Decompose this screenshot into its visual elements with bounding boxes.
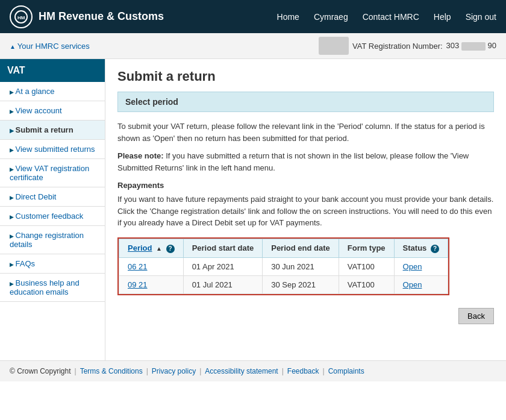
footer-feedback[interactable]: Feedback [287, 367, 319, 375]
cell-form-type: VAT100 [339, 257, 394, 275]
cell-period[interactable]: 06 21 [119, 257, 184, 275]
sidebar-item-view-submitted[interactable]: View submitted returns [0, 140, 105, 159]
nav-sign-out[interactable]: Sign out [466, 12, 496, 22]
sidebar-item-business-help[interactable]: Business help and education emails [0, 274, 105, 302]
sidebar-item-at-a-glance[interactable]: At a glance [0, 82, 105, 101]
repayments-heading: Repayments [117, 181, 494, 190]
period-help-icon[interactable]: ? [166, 245, 175, 253]
vat-reg-label: VAT Registration Number: [352, 42, 443, 51]
cell-start-date: 01 Jul 2021 [183, 275, 263, 293]
col-status: Status ? [394, 239, 448, 257]
sort-arrow-icon: ▲ [156, 245, 162, 252]
cell-end-date: 30 Sep 2021 [263, 275, 339, 293]
content-area: Submit a return Select period To submit … [105, 59, 506, 360]
cell-form-type: VAT100 [339, 275, 394, 293]
col-start-date: Period start date [183, 239, 263, 257]
cell-start-date: 01 Apr 2021 [183, 257, 263, 275]
nav-cymraeg[interactable]: Cymraeg [314, 12, 348, 22]
footer-accessibility[interactable]: Accessibility statement [205, 367, 278, 375]
col-period[interactable]: Period ▲ ? [119, 239, 184, 257]
logo-icon: HM [10, 5, 33, 28]
intro-text: To submit your VAT return, please follow… [117, 121, 494, 144]
sidebar-item-view-account[interactable]: View account [0, 101, 105, 121]
top-bar: Your HMRC services VAT Registration Numb… [0, 33, 506, 59]
sidebar-item-vat-certificate[interactable]: View VAT registration certificate [0, 159, 105, 187]
cell-period[interactable]: 09 21 [119, 275, 184, 293]
vat-reg-number: 303 90 [446, 41, 496, 51]
sidebar-item-direct-debit[interactable]: Direct Debit [0, 187, 105, 207]
col-form-type: Form type [339, 239, 394, 257]
avatar [319, 37, 349, 55]
sidebar-item-faqs[interactable]: FAQs [0, 254, 105, 274]
vat-reg-info: VAT Registration Number: 303 90 [319, 37, 496, 55]
svg-text:HM: HM [17, 15, 25, 20]
footer-terms[interactable]: Terms & Conditions [80, 367, 143, 375]
footer-complaints[interactable]: Complaints [328, 367, 364, 375]
cell-status[interactable]: Open [394, 275, 448, 293]
select-period-heading: Select period [117, 92, 494, 112]
repayments-text: If you want to have future repayments pa… [117, 193, 494, 229]
back-button[interactable]: Back [458, 308, 494, 324]
col-end-date: Period end date [263, 239, 339, 257]
footer-privacy[interactable]: Privacy policy [152, 367, 196, 375]
cell-end-date: 30 Jun 2021 [263, 257, 339, 275]
footer: © Crown Copyright | Terms & Conditions |… [0, 360, 506, 381]
cell-status[interactable]: Open [394, 257, 448, 275]
table-row: 09 21 01 Jul 2021 30 Sep 2021 VAT100 Ope… [119, 275, 448, 293]
back-btn-row: Back [117, 308, 494, 324]
logo-area: HM HM Revenue & Customs [10, 5, 277, 28]
sidebar-item-customer-feedback[interactable]: Customer feedback [0, 207, 105, 226]
nav-home[interactable]: Home [277, 12, 299, 22]
sidebar-title: VAT [0, 59, 105, 82]
main-layout: VAT At a glance View account Submit a re… [0, 59, 506, 360]
sidebar-item-change-registration[interactable]: Change registration details [0, 226, 105, 254]
sidebar-item-submit-return[interactable]: Submit a return [0, 121, 105, 140]
nav-contact[interactable]: Contact HMRC [363, 12, 419, 22]
period-table-wrapper: Period ▲ ? Period start date Period end … [117, 237, 449, 295]
nav-help[interactable]: Help [434, 12, 451, 22]
note-label: Please note: [117, 151, 164, 160]
logo-text: HM Revenue & Customs [39, 10, 164, 23]
note-text: Please note: If you have submitted a ret… [117, 150, 494, 174]
table-row: 06 21 01 Apr 2021 30 Jun 2021 VAT100 Ope… [119, 257, 448, 275]
status-help-icon[interactable]: ? [431, 245, 439, 253]
header-nav: Home Cymraeg Contact HMRC Help Sign out [277, 12, 496, 22]
your-services-link[interactable]: Your HMRC services [10, 42, 90, 51]
header: HM HM Revenue & Customs Home Cymraeg Con… [0, 0, 506, 33]
period-table: Period ▲ ? Period start date Period end … [119, 239, 448, 294]
copyright: © Crown Copyright [10, 367, 71, 375]
page-title: Submit a return [117, 69, 494, 84]
sidebar: VAT At a glance View account Submit a re… [0, 59, 105, 360]
